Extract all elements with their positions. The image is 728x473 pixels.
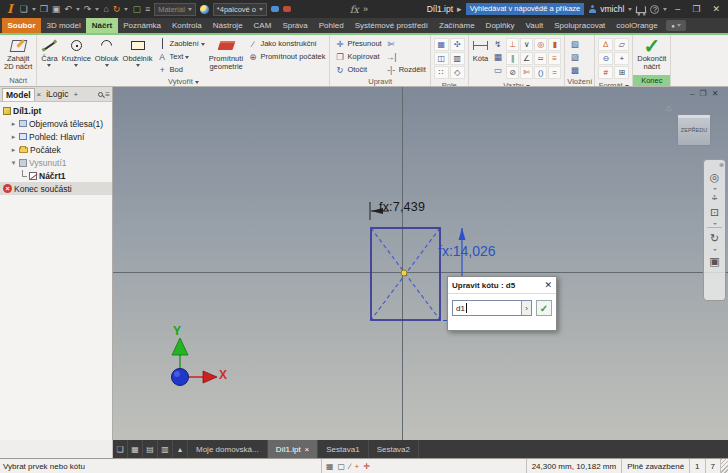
move-button[interactable]: ✛Přesunout: [334, 37, 381, 50]
driven-dimension-icon[interactable]: #: [598, 66, 613, 79]
doc-minimize-button[interactable]: –: [690, 89, 694, 98]
help-search-input[interactable]: Vyhledávat v nápovědě a příkaze: [466, 3, 585, 15]
line-tool-button[interactable]: Čára: [39, 36, 59, 77]
rotate-button[interactable]: ↻Otočit: [334, 63, 381, 76]
smooth-constraint-icon[interactable]: ≃: [534, 52, 547, 65]
cascade-windows-icon[interactable]: ❏: [113, 440, 128, 458]
home-icon[interactable]: ⌂: [103, 0, 108, 18]
concentric-constraint-icon[interactable]: ◎: [534, 38, 547, 51]
doc-tab-home[interactable]: Moje domovská...: [188, 440, 268, 458]
doc-tab-sestava1[interactable]: Sestava1: [318, 440, 368, 458]
dimension-form-button[interactable]: ▭: [492, 63, 503, 76]
style-dropdown[interactable]: *4palcové o: [213, 3, 267, 16]
coincident-constraint-icon[interactable]: ∨: [520, 38, 533, 51]
tree-item-origin[interactable]: ▸Počátek: [0, 143, 112, 156]
doc-tab-dil1[interactable]: Díl1.ipt×: [268, 440, 319, 458]
start-2d-sketch-button[interactable]: Zahájit 2D náčrt: [2, 36, 34, 75]
new-file-icon[interactable]: ❏: [20, 0, 28, 18]
centerline-format-icon[interactable]: ▱: [614, 38, 629, 51]
doc-tab-sestava2[interactable]: Sestava2: [369, 440, 419, 458]
arrange-icon[interactable]: ▴: [173, 440, 188, 458]
parallel-constraint-icon[interactable]: ∥: [506, 52, 519, 65]
local-update-icon[interactable]: ↻: [113, 0, 121, 18]
tab-3d-model[interactable]: 3D model: [41, 18, 86, 33]
tree-item-end-of-part[interactable]: ×Konec součásti: [0, 182, 112, 195]
screen-capture-icon[interactable]: ●: [666, 20, 686, 31]
symmetry-constraint-icon[interactable]: ≡: [548, 52, 561, 65]
doc-close-button[interactable]: ✕: [712, 89, 719, 98]
browser-tab-model[interactable]: Model: [2, 88, 35, 101]
material-dropdown[interactable]: Materiál: [154, 3, 196, 16]
status-tool-icon[interactable]: ▦: [326, 462, 334, 471]
insert-image-button[interactable]: ▧: [569, 37, 580, 50]
tree-item-part[interactable]: Díl1.ipt: [0, 104, 112, 117]
resize-grip[interactable]: [720, 459, 728, 473]
tree-item-extrusion[interactable]: ▾Vysunutí1: [0, 156, 112, 169]
circle-tool-button[interactable]: Kružnice: [60, 36, 93, 77]
status-tool-icon[interactable]: +: [354, 462, 359, 471]
status-tool-icon[interactable]: ∕: [349, 462, 350, 471]
tree-item-solids[interactable]: ▸Objemová tělesa(1): [0, 117, 112, 130]
appearance-sphere-icon[interactable]: [200, 5, 209, 14]
tab-doplnky[interactable]: Doplňky: [480, 18, 520, 33]
project-geometry-button[interactable]: Promítnutí geometrie: [207, 36, 246, 77]
select-icon[interactable]: ▢: [132, 0, 141, 18]
arc-tool-button[interactable]: Oblouk: [93, 36, 121, 77]
tab-poznamka[interactable]: Poznámka: [118, 18, 167, 33]
tab-coolorange[interactable]: coolOrange: [611, 18, 663, 33]
user-avatar-icon[interactable]: [588, 5, 596, 13]
close-button[interactable]: ✕: [708, 4, 724, 14]
navbar-close-icon[interactable]: ⊗: [719, 161, 724, 168]
iproperties-icon[interactable]: ≡: [145, 0, 150, 18]
text-button[interactable]: AText: [157, 50, 205, 63]
help-dropdown-icon[interactable]: [663, 8, 667, 11]
dimension-flyout-button[interactable]: ›: [521, 301, 531, 315]
store-cart-icon[interactable]: [636, 6, 647, 13]
height-dimension-label[interactable]: fx:14,026: [438, 243, 496, 259]
tab-kontrola[interactable]: Kontrola: [167, 18, 208, 33]
auto-dimension-button[interactable]: ↯: [492, 37, 503, 50]
orbit-dropdown-icon[interactable]: [713, 249, 717, 251]
maximize-button[interactable]: ❐: [688, 4, 704, 14]
dimension-table-button[interactable]: ▦: [492, 50, 503, 63]
browser-add-tab-icon[interactable]: +: [73, 90, 78, 99]
group-label-vytvorit[interactable]: Vytvořit: [37, 77, 329, 86]
finish-sketch-button[interactable]: ✓ Dokončit náčrt: [635, 36, 668, 75]
split-horizontal-icon[interactable]: ▤: [143, 440, 158, 458]
pattern-icon[interactable]: ◇: [450, 66, 465, 79]
tab-soubor[interactable]: Soubor: [2, 18, 41, 33]
tree-item-view[interactable]: ▸Pohled: Hlavní: [0, 130, 112, 143]
minimize-button[interactable]: –: [671, 4, 684, 14]
status-tool-icon[interactable]: ✛: [363, 462, 370, 471]
tab-nacrt[interactable]: Náčrt: [86, 18, 117, 33]
format-icon[interactable]: +: [614, 52, 629, 65]
save-icon[interactable]: ▣: [52, 0, 61, 18]
trim-button[interactable]: ✄: [386, 37, 426, 50]
format-icon[interactable]: ⊞: [614, 66, 629, 79]
viewcube[interactable]: ZEPŘEDU: [677, 114, 711, 146]
horizontal-constraint-icon[interactable]: ✄: [520, 66, 533, 79]
expander-icon[interactable]: ▸: [10, 120, 17, 128]
project-origin-button[interactable]: ⊕Promítnout počátek: [247, 50, 325, 63]
doc-restore-button[interactable]: ❐: [699, 89, 706, 98]
user-dropdown-icon[interactable]: [628, 8, 632, 11]
undo-icon[interactable]: ↶: [64, 0, 72, 18]
tab-systemove-prostredi[interactable]: Systémové prostředí: [349, 18, 433, 33]
split-button[interactable]: -|-Rozdělit: [386, 63, 426, 76]
tab-sprava[interactable]: Správa: [277, 18, 313, 33]
zoom-window-icon[interactable]: ⊡: [710, 203, 719, 222]
user-name[interactable]: vmichl: [600, 4, 624, 14]
viewcube-home-icon[interactable]: ⌂: [666, 103, 671, 113]
collapse-icon[interactable]: ▾: [10, 159, 17, 167]
width-dimension-label[interactable]: fx:7,439: [379, 200, 425, 214]
help-icon[interactable]: ?: [650, 5, 659, 14]
pattern-icon[interactable]: ∷: [434, 66, 449, 79]
fix-constraint-icon[interactable]: ▮: [548, 38, 561, 51]
tab-vault[interactable]: Vault: [520, 18, 549, 33]
status-tool-icon[interactable]: ▢: [338, 462, 346, 471]
look-at-icon[interactable]: ▣: [709, 252, 719, 271]
vertical-constraint-icon[interactable]: (): [534, 66, 547, 79]
dialog-accept-button[interactable]: ✓: [536, 300, 552, 316]
mirror-icon[interactable]: ◫: [434, 52, 449, 65]
circular-pattern-icon[interactable]: ✣: [450, 38, 465, 51]
